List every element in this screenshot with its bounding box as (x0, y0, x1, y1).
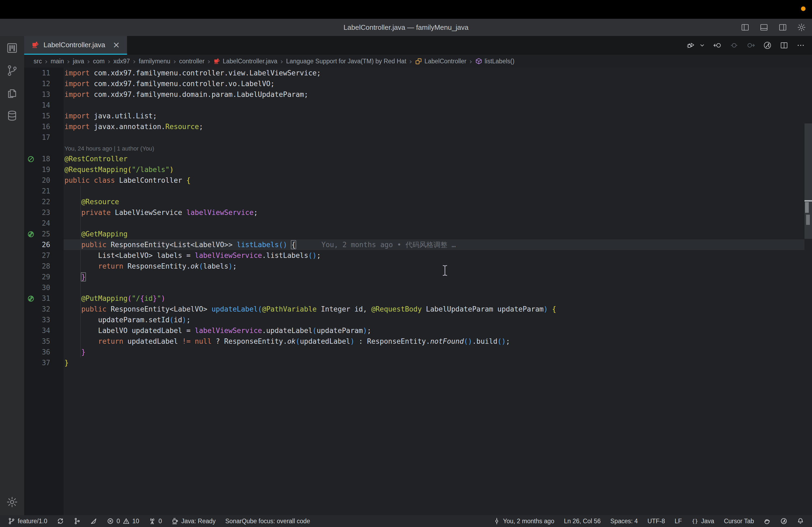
breadcrumb-item-language-support-for-java-tm-by-red-hat[interactable]: Language Support for Java(TM) by Red Hat (286, 58, 406, 65)
code-line-21[interactable]: 21 (24, 186, 812, 196)
code-line-20[interactable]: 20public class LabelController { (24, 175, 812, 186)
layout-panel-bottom-icon[interactable] (759, 23, 768, 32)
breadcrumb-item-com[interactable]: com (93, 58, 104, 65)
codelens-row[interactable]: You, 24 hours ago | 1 author (You) (24, 143, 812, 153)
code-line-15[interactable]: 15import java.util.List; (24, 110, 812, 121)
status-item-problems[interactable]: 010 (107, 517, 139, 525)
gutter-glyph-margin[interactable] (24, 325, 38, 336)
status-item-cursor-position[interactable]: Ln 26, Col 56 (564, 517, 601, 525)
status-item-notifications[interactable] (797, 517, 804, 525)
code-line-19[interactable]: 19@RequestMapping("/labels") (24, 164, 812, 175)
code-line-14[interactable]: 14 (24, 100, 812, 110)
split-editor-icon[interactable] (780, 41, 788, 50)
code-line-32[interactable]: 32 public ResponseEntity<LabelVO> update… (24, 304, 812, 315)
code-line-34[interactable]: 34 LabelVO updatedLabel = labelViewServi… (24, 325, 812, 336)
gutter-glyph-margin[interactable] (24, 315, 38, 325)
gutter-glyph-margin[interactable] (24, 229, 38, 239)
codelens-blame-text[interactable]: You, 24 hours ago | 1 author (You) (64, 145, 154, 152)
code-line-25[interactable]: 25 @GetMapping (24, 229, 812, 239)
gutter-glyph-margin[interactable] (24, 100, 38, 110)
breadcrumb-item-labelcontroller[interactable]: LabelController (415, 58, 466, 65)
status-item-blame-status[interactable]: You, 2 months ago (493, 517, 554, 525)
code-line-17[interactable]: 17 (24, 132, 812, 143)
status-item-language-mode[interactable]: {}Java (692, 517, 714, 525)
code-line-16[interactable]: 16import javax.annotation.Resource; (24, 121, 812, 132)
code-line-13[interactable]: 13import com.xdx97.familymenu.domain.par… (24, 89, 812, 100)
code-line-28[interactable]: 28 return ResponseEntity.ok(labels); (24, 261, 812, 272)
code-editor[interactable]: 11import com.xdx97.familymenu.controller… (24, 67, 812, 515)
code-line-30[interactable]: 30 (24, 282, 812, 293)
breadcrumb-item-controller[interactable]: controller (179, 58, 205, 65)
status-item-pet[interactable] (764, 517, 771, 525)
gutter-glyph-margin[interactable] (24, 250, 38, 261)
gutter-glyph-margin[interactable] (24, 186, 38, 196)
nav-forward-icon[interactable] (746, 41, 755, 50)
ellipsis-icon[interactable] (796, 41, 805, 50)
gutter-glyph-margin[interactable] (24, 272, 38, 282)
code-line-12[interactable]: 12import com.xdx97.familymenu.controller… (24, 78, 812, 89)
activity-project-board-icon[interactable] (6, 42, 18, 54)
status-item-feedback[interactable] (780, 517, 787, 525)
code-line-35[interactable]: 35 return updatedLabel != null ? Respons… (24, 336, 812, 347)
nav-circle-icon[interactable] (730, 41, 738, 50)
status-item-indentation[interactable]: Spaces: 4 (610, 517, 638, 525)
breadcrumb-item-java[interactable]: java (73, 58, 84, 65)
layout-sidebar-right-icon[interactable] (778, 23, 787, 32)
code-line-11[interactable]: 11import com.xdx97.familymenu.controller… (24, 67, 812, 78)
code-line-23[interactable]: 23 private LabelViewService labelViewSer… (24, 207, 812, 218)
gutter-glyph-margin[interactable] (24, 175, 38, 186)
close-tab-icon[interactable]: × (113, 40, 120, 50)
nav-back-icon[interactable] (713, 41, 722, 50)
status-item-deploy[interactable] (90, 517, 97, 525)
gutter-glyph-margin[interactable] (24, 207, 38, 218)
gutter-glyph-margin[interactable] (24, 164, 38, 175)
breadcrumb-item-main[interactable]: main (50, 58, 64, 65)
gutter-glyph-margin[interactable] (24, 358, 38, 368)
status-item-sonarqube-focus[interactable]: SonarQube focus: overall code (225, 517, 310, 525)
activity-database-icon[interactable] (6, 109, 18, 122)
status-item-git-branch[interactable]: feature/1.0 (8, 517, 47, 525)
code-line-31[interactable]: 31 @PutMapping("/{id}") (24, 293, 812, 304)
gutter-glyph-margin[interactable] (24, 132, 38, 143)
gutter-glyph-margin[interactable] (24, 336, 38, 347)
code-line-33[interactable]: 33 updateParam.setId(id); (24, 315, 812, 325)
activity-pages-icon[interactable] (6, 87, 18, 99)
gutter-glyph-margin[interactable] (24, 143, 38, 153)
gutter-glyph-margin[interactable] (24, 153, 38, 164)
tab-labelcontroller-java[interactable]: LabelController.java × (24, 36, 127, 55)
gutter-glyph-margin[interactable] (24, 196, 38, 207)
code-line-18[interactable]: 18@RestController (24, 153, 812, 164)
share-circle-icon[interactable] (763, 41, 772, 50)
layout-sidebar-left-icon[interactable] (741, 23, 750, 32)
status-item-java-status[interactable]: Java: Ready (172, 517, 216, 525)
breadcrumb-item-xdx97[interactable]: xdx97 (113, 58, 130, 65)
code-line-27[interactable]: 27 List<LabelVO> labels = labelViewServi… (24, 250, 812, 261)
code-line-37[interactable]: 37} (24, 358, 812, 368)
gutter-glyph-margin[interactable] (24, 261, 38, 272)
breadcrumb-item-labelcontroller-java[interactable]: LabelController.java (213, 58, 277, 65)
code-line-22[interactable]: 22 @Resource (24, 196, 812, 207)
chevron-down-icon[interactable] (699, 42, 705, 48)
gutter-glyph-margin[interactable] (24, 110, 38, 121)
gutter-glyph-margin[interactable] (24, 78, 38, 89)
status-item-sync-changes[interactable] (57, 517, 64, 525)
code-line-26[interactable]: 26 public ResponseEntity<List<LabelVO>> … (24, 239, 812, 250)
gutter-glyph-margin[interactable] (24, 293, 38, 304)
gutter-glyph-margin[interactable] (24, 218, 38, 229)
gutter-glyph-margin[interactable] (24, 304, 38, 315)
gutter-glyph-margin[interactable] (24, 282, 38, 293)
gutter-glyph-margin[interactable] (24, 239, 38, 250)
breadcrumb-item-listlabels-[interactable]: listLabels() (475, 58, 514, 65)
activity-source-control-icon[interactable] (6, 64, 18, 77)
status-item-eol-sequence[interactable]: LF (675, 517, 682, 525)
gutter-glyph-margin[interactable] (24, 121, 38, 132)
status-item-ports[interactable]: 0 (149, 517, 162, 525)
code-line-29[interactable]: 29 } (24, 272, 812, 282)
debug-run-icon[interactable] (686, 41, 695, 50)
gutter-glyph-margin[interactable] (24, 67, 38, 78)
status-item-cursor-tab[interactable]: Cursor Tab (724, 517, 754, 525)
gutter-glyph-margin[interactable] (24, 89, 38, 100)
activity-settings-gear-icon[interactable] (6, 496, 18, 508)
status-item-encoding[interactable]: UTF-8 (648, 517, 665, 525)
status-item-git-graph[interactable] (74, 517, 81, 525)
